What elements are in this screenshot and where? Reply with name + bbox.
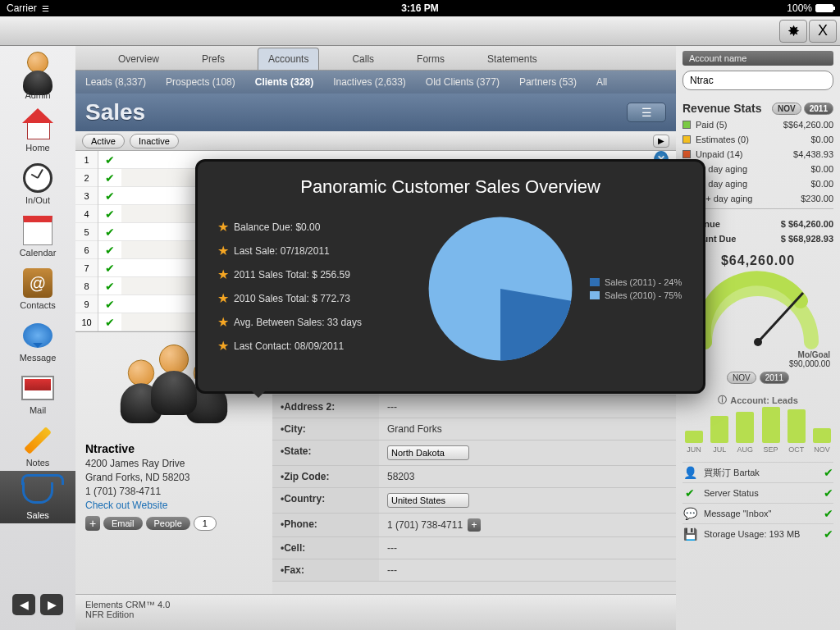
calendar-icon [23, 216, 52, 245]
state-select[interactable]: North Dakota [387, 445, 469, 460]
module-tabs: OverviewPrefsAccountsCallsFormsStatement… [75, 46, 676, 71]
sidebar-item-sales[interactable]: Sales [0, 471, 75, 523]
bar: SEP [761, 407, 781, 454]
contact-name: Ntractive [85, 442, 262, 455]
gauge-chart [688, 268, 828, 350]
account-leads-label: Account: Leads [730, 395, 798, 405]
section-header: Sales ☰ [75, 94, 676, 131]
sidebar-item-contacts[interactable]: @Contacts [0, 261, 75, 313]
bar: NOV [812, 428, 832, 454]
subtab[interactable]: Inactives (2,633) [333, 76, 406, 88]
footer-line1: Elements CRM™ 4.0 [85, 600, 666, 609]
gauge-month-toggle[interactable]: NOV [727, 372, 756, 384]
subtab[interactable]: Partners (53) [519, 76, 577, 88]
message-icon [23, 323, 52, 348]
gear-icon: ✸ [788, 22, 800, 40]
footer-line2: NFR Edition [85, 609, 666, 619]
subtab[interactable]: Leads (8,337) [85, 76, 146, 88]
row-number: 6 [75, 241, 98, 259]
subtab[interactable]: Clients (328) [255, 76, 313, 88]
add-phone-button[interactable]: + [468, 518, 481, 532]
sidebar-prev-button[interactable]: ◀ [12, 594, 35, 615]
account-subtabs: Leads (8,337)Prospects (108)Clients (328… [75, 71, 676, 94]
status-row: 👤買斯汀 Bartak✔ [682, 462, 833, 482]
subtab[interactable]: All [596, 76, 607, 88]
country-select[interactable]: United States [387, 493, 469, 508]
year-toggle[interactable]: 2011 [804, 103, 833, 115]
gauge-year-toggle[interactable]: 2011 [760, 372, 789, 384]
notes-icon [24, 427, 52, 454]
contacts-icon: @ [23, 268, 52, 298]
filter-inactive[interactable]: Inactive [130, 134, 179, 148]
sidebar-item-admin[interactable]: Admin [0, 51, 75, 103]
tab-overview[interactable]: Overview [108, 48, 169, 70]
ios-status-bar: Carrier 3:16 PM 100% [0, 0, 840, 16]
status-icon: ✔ [682, 486, 697, 500]
wifi-icon [42, 2, 49, 14]
row-number: 3 [75, 187, 98, 205]
check-icon: ✔ [105, 171, 115, 185]
contact-website-link[interactable]: Check out Website [85, 500, 262, 511]
mail-icon [21, 376, 54, 400]
chevron-right-icon: ▶ [658, 136, 664, 145]
field-label: Address 2: [272, 396, 379, 418]
filter-active[interactable]: Active [82, 134, 125, 148]
svg-point-2 [754, 338, 762, 346]
status-icon: 💾 [682, 527, 697, 541]
tab-calls[interactable]: Calls [342, 48, 384, 70]
clock-icon [23, 163, 52, 193]
sidebar-item-home[interactable]: Home [0, 103, 75, 156]
popover-stat: ★Avg. Between Sales: 33 days [217, 314, 406, 330]
account-search-input[interactable] [682, 71, 833, 90]
sidebar-item-notes[interactable]: Notes [0, 418, 75, 471]
field-label: Phone: [272, 514, 379, 536]
tab-prefs[interactable]: Prefs [192, 48, 235, 70]
row-check: ✔ [98, 223, 121, 241]
field-label: State: [272, 441, 379, 465]
menu-icon: ☰ [641, 106, 652, 119]
section-menu-button[interactable]: ☰ [627, 103, 666, 122]
sidebar-next-button[interactable]: ▶ [40, 594, 63, 615]
row-number: 4 [75, 205, 98, 223]
legend-item: Sales (2010) - 75% [590, 290, 682, 300]
basket-icon [22, 482, 53, 504]
settings-button[interactable]: ✸ [779, 20, 807, 43]
close-icon: X [818, 22, 828, 39]
bar: JUN [684, 431, 704, 454]
sidebar-item-mail[interactable]: Mail [0, 366, 75, 418]
row-check: ✔ [98, 205, 121, 223]
close-button[interactable]: X [809, 20, 837, 43]
bar: OCT [787, 409, 806, 454]
field-label: Cell: [272, 537, 379, 559]
add-contact-button[interactable]: + [85, 516, 100, 531]
row-check: ✔ [98, 277, 121, 295]
star-icon: ★ [217, 290, 229, 306]
sidebar-item-calendar[interactable]: Calendar [0, 208, 75, 261]
filter-row: Active Inactive ▶ [75, 131, 676, 151]
filter-forward-button[interactable]: ▶ [653, 135, 669, 148]
tab-forms[interactable]: Forms [407, 48, 454, 70]
bar: JUL [710, 416, 729, 454]
status-icon: 👤 [682, 466, 697, 479]
star-icon: ★ [217, 338, 229, 354]
field-value: --- [379, 537, 676, 559]
check-icon: ✔ [105, 208, 115, 221]
section-title: Sales [85, 99, 145, 126]
tab-statements[interactable]: Statements [477, 48, 547, 70]
popover-stat: ★2010 Sales Total: $ 772.73 [217, 290, 406, 306]
field-value: Grand Forks [379, 418, 676, 440]
sidebar-item-message[interactable]: Message [0, 313, 75, 366]
battery-label: 100% [787, 2, 812, 14]
tab-accounts[interactable]: Accounts [258, 48, 319, 70]
subtab[interactable]: Old Clients (377) [426, 76, 500, 88]
check-icon: ✔ [105, 316, 115, 329]
check-icon: ✔ [105, 189, 115, 203]
email-button[interactable]: Email [103, 517, 143, 530]
check-icon: ✔ [105, 244, 115, 257]
sidebar-item-inout[interactable]: In/Out [0, 156, 75, 208]
row-number: 9 [75, 295, 98, 313]
subtab[interactable]: Prospects (108) [166, 76, 235, 88]
people-button[interactable]: People [146, 517, 190, 530]
revenue-stat-row: Unpaid (14)$4,438.93 [682, 149, 833, 159]
month-toggle[interactable]: NOV [772, 103, 801, 115]
